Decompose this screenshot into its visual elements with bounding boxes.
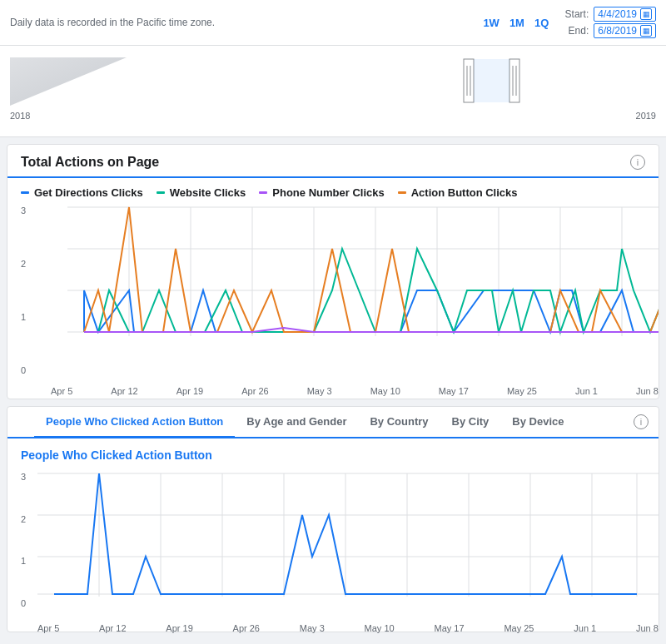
x-label-b-apr5: Apr 5 xyxy=(37,623,59,633)
x-label-may25: May 25 xyxy=(507,386,537,396)
y-label-b3: 3 xyxy=(21,472,26,482)
total-actions-chart-container: 3 2 1 0 xyxy=(7,199,659,399)
date-range: Start: 4/4/2019 ▦ End: 6/8/2019 ▦ xyxy=(562,7,656,38)
legend-phone-clicks[interactable]: Phone Number Clicks xyxy=(259,186,384,199)
legend-dot-directions xyxy=(21,191,29,194)
people-clicked-card: People Who Clicked Action Button By Age … xyxy=(7,406,659,632)
mini-chart-axis: 2018 2019 xyxy=(10,111,656,121)
y-label-1: 1 xyxy=(21,312,26,322)
line-phone xyxy=(84,328,659,332)
y-axis-labels-bottom: 3 2 1 0 xyxy=(21,472,26,608)
y-label-b1: 1 xyxy=(21,556,26,566)
legend-label-phone: Phone Number Clicks xyxy=(272,186,384,199)
tabs-row: People Who Clicked Action Button By Age … xyxy=(21,407,634,437)
legend-action-button[interactable]: Action Button Clicks xyxy=(398,186,518,199)
legend-dot-action xyxy=(398,191,406,194)
end-date-value: 6/8/2019 xyxy=(598,25,637,37)
end-calendar-icon[interactable]: ▦ xyxy=(640,25,652,37)
legend-website-clicks[interactable]: Website Clicks xyxy=(157,186,246,199)
legend-dot-website xyxy=(157,191,165,194)
axis-label-2019: 2019 xyxy=(636,111,656,121)
svg-marker-0 xyxy=(10,57,127,106)
time-btn-1w[interactable]: 1W xyxy=(480,15,503,31)
total-actions-info-icon[interactable]: i xyxy=(630,155,645,170)
x-label-apr19: Apr 19 xyxy=(176,386,203,396)
mini-chart-svg xyxy=(10,57,656,106)
people-clicked-header: People Who Clicked Action Button By Age … xyxy=(7,407,659,437)
timezone-note: Daily data is recorded in the Pacific ti… xyxy=(10,17,215,28)
x-label-apr12: Apr 12 xyxy=(111,386,137,396)
x-label-b-may17: May 17 xyxy=(434,623,464,633)
time-btn-1q[interactable]: 1Q xyxy=(531,15,552,31)
x-label-may10: May 10 xyxy=(370,386,400,396)
line-action-button xyxy=(84,207,659,332)
legend-label-directions: Get Directions Clicks xyxy=(34,186,143,199)
x-label-may3: May 3 xyxy=(307,386,332,396)
legend-label-action: Action Button Clicks xyxy=(411,186,518,199)
total-actions-header: Total Actions on Page i xyxy=(7,145,659,178)
mini-chart-area: 2018 2019 xyxy=(0,46,666,137)
x-label-b-apr12: Apr 12 xyxy=(99,623,126,633)
x-label-b-may10: May 10 xyxy=(365,623,395,633)
bottom-chart-container: 3 2 1 0 Apr 5 Apr 12 xyxy=(7,465,659,632)
y-label-3: 3 xyxy=(21,206,26,215)
y-label-b2: 2 xyxy=(21,514,26,524)
x-label-b-jun1: Jun 1 xyxy=(574,623,596,633)
total-actions-title: Total Actions on Page xyxy=(21,155,159,170)
y-label-b0: 0 xyxy=(21,598,26,608)
slider-track[interactable] xyxy=(10,57,656,107)
tab-age-gender[interactable]: By Age and Gender xyxy=(235,407,358,438)
x-axis-labels-top: Apr 5 Apr 12 Apr 19 Apr 26 May 3 May 10 … xyxy=(37,384,659,396)
end-label: End: xyxy=(562,25,589,37)
svg-rect-1 xyxy=(464,59,474,102)
legend-label-website: Website Clicks xyxy=(170,186,246,199)
x-label-apr26: Apr 26 xyxy=(241,386,268,396)
x-label-b-apr26: Apr 26 xyxy=(233,623,260,633)
start-date-row: Start: 4/4/2019 ▦ xyxy=(562,7,656,22)
legend-get-directions[interactable]: Get Directions Clicks xyxy=(21,186,143,199)
x-label-b-may25: May 25 xyxy=(504,623,534,633)
top-bar-right: 1W 1M 1Q Start: 4/4/2019 ▦ End: 6/8/2019… xyxy=(480,7,656,38)
start-date-value: 4/4/2019 xyxy=(598,8,637,20)
tab-by-city[interactable]: By City xyxy=(440,407,501,438)
total-actions-svg xyxy=(37,199,659,382)
bottom-chart-svg xyxy=(37,465,659,619)
y-label-2: 2 xyxy=(21,259,26,269)
total-actions-card: Total Actions on Page i Get Directions C… xyxy=(7,144,659,399)
end-date-input[interactable]: 6/8/2019 ▦ xyxy=(594,23,656,38)
legend-dot-phone xyxy=(259,191,267,194)
x-label-jun8: Jun 8 xyxy=(636,386,659,396)
people-clicked-info-icon[interactable]: i xyxy=(634,414,649,429)
x-axis-labels-bottom: Apr 5 Apr 12 Apr 19 Apr 26 May 3 May 10 … xyxy=(37,622,659,633)
y-label-0: 0 xyxy=(21,365,26,375)
tab-people-clicked[interactable]: People Who Clicked Action Button xyxy=(34,407,235,438)
y-axis-labels-top: 3 2 1 0 xyxy=(21,206,26,375)
start-date-input[interactable]: 4/4/2019 ▦ xyxy=(594,7,656,22)
bottom-chart-title: People Who Clicked Action Button xyxy=(21,448,212,462)
end-date-row: End: 6/8/2019 ▦ xyxy=(562,23,656,38)
svg-rect-7 xyxy=(474,59,509,102)
time-range-buttons: 1W 1M 1Q xyxy=(480,15,552,31)
axis-label-2018: 2018 xyxy=(10,111,30,121)
tab-by-device[interactable]: By Device xyxy=(500,407,575,438)
x-label-b-apr19: Apr 19 xyxy=(166,623,192,633)
x-label-apr5: Apr 5 xyxy=(51,386,72,396)
x-label-b-jun8: Jun 8 xyxy=(636,623,659,633)
x-label-jun1: Jun 1 xyxy=(575,386,598,396)
x-label-b-may3: May 3 xyxy=(300,623,325,633)
x-label-may17: May 17 xyxy=(439,386,469,396)
total-actions-legend: Get Directions Clicks Website Clicks Pho… xyxy=(7,178,659,199)
tab-by-country[interactable]: By Country xyxy=(358,407,440,438)
time-btn-1m[interactable]: 1M xyxy=(506,15,528,31)
start-calendar-icon[interactable]: ▦ xyxy=(640,8,652,20)
top-bar: Daily data is recorded in the Pacific ti… xyxy=(0,0,666,46)
svg-rect-4 xyxy=(509,59,519,102)
start-label: Start: xyxy=(562,8,589,20)
